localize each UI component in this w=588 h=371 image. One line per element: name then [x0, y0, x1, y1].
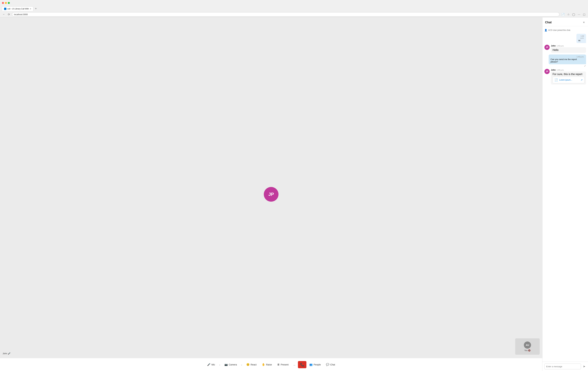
message-time-1: 1:42 p.m. — [578, 35, 584, 39]
camera-label: Camera — [229, 363, 237, 366]
message-text-4: For sure, this is the report — [553, 73, 582, 75]
message-bubble-2: Hello — [551, 47, 586, 53]
tab-favicon — [4, 8, 6, 10]
message-time-3: 1:43 p.m. — [551, 56, 584, 58]
self-mic-off-icon: 🔇 — [528, 349, 531, 351]
chat-input-area: ➤ — [542, 362, 588, 371]
reader-view-button[interactable]: 📄 — [561, 12, 565, 17]
react-icon: 😊 — [246, 363, 250, 366]
end-call-button[interactable]: 📞 — [298, 361, 306, 368]
chat-panel: Chat × 👤 ACS User joined the chat. 1:42 … — [542, 18, 588, 371]
browser-chrome: call - UI Library Call With × + ← ⟳ loca… — [0, 0, 588, 18]
mic-off-icon: 🎤 — [8, 352, 10, 355]
browser-nav-icons: 📄 ☆ ◯ ⋯ ▢ — [561, 12, 586, 17]
chat-header: Chat × — [542, 18, 588, 26]
app-container: JP John 🎤 AU You 🔇 🎤 Mic ⌄ 📷 Camera — [0, 18, 588, 371]
chat-message-input[interactable] — [545, 363, 581, 369]
browser-titlebar — [0, 0, 588, 6]
maximize-window-button[interactable] — [8, 2, 10, 4]
control-bar: 🎤 Mic ⌄ 📷 Camera ⌄ 😊 React ✋ Raise 🖥 Pre… — [0, 358, 542, 371]
system-message-icon: 👤 — [545, 29, 547, 31]
camera-button[interactable]: 📷 Camera — [222, 361, 239, 368]
self-avatar: AU — [524, 341, 531, 349]
mic-label: Mic — [211, 363, 215, 366]
present-label: Present — [281, 363, 288, 366]
chat-label: Chat — [330, 363, 335, 366]
message-outgoing-1: 1:42 p.m. Hi — [575, 34, 586, 43]
bookmark-button[interactable]: ☆ — [567, 12, 570, 17]
self-label: You 🔇 — [524, 349, 531, 351]
extensions-button[interactable]: ▢ — [582, 12, 586, 17]
address-bar-row: ← ⟳ localhost:3000 📄 ☆ ◯ ⋯ ▢ — [0, 11, 588, 17]
tab-close-button[interactable]: × — [30, 8, 31, 10]
present-icon: 🖥 — [277, 363, 280, 366]
self-name: You — [524, 349, 528, 351]
message-incoming-4: JP John 1:44 p.m. For sure, this is the … — [545, 69, 586, 84]
camera-icon: 📷 — [224, 363, 228, 366]
message-bubble-1: 1:42 p.m. Hi — [577, 34, 586, 43]
mic-chevron[interactable]: ⌄ — [218, 361, 221, 368]
more-options-button[interactable]: ... — [292, 361, 297, 368]
raise-label: Raise — [266, 363, 272, 366]
new-tab-button[interactable]: + — [34, 7, 38, 10]
message-bubble-4: For sure, this is the report 📄 Lorem ips… — [551, 72, 586, 84]
back-button[interactable]: ← — [2, 12, 6, 17]
john-avatar-4: JP — [545, 69, 550, 74]
message-text-2: Hello — [553, 49, 558, 52]
message-incoming-2: JP John 1:43 p.m. Hello — [545, 45, 586, 53]
file-name: Lorem ipsum... — [559, 79, 579, 81]
chat-send-button[interactable]: ➤ — [582, 364, 586, 369]
chat-button[interactable]: 💬 Chat — [324, 361, 337, 368]
chat-title: Chat — [545, 21, 552, 24]
chat-icon: 💬 — [326, 363, 329, 366]
browser-menu-button[interactable]: ⋯ — [577, 12, 581, 17]
john-avatar-2: JP — [545, 45, 550, 50]
message-sender-4: John — [551, 69, 556, 71]
chat-close-button[interactable]: × — [582, 20, 585, 25]
raise-icon: ✋ — [262, 363, 265, 366]
browser-tab[interactable]: call - UI Library Call With × — [2, 6, 33, 11]
participant-name: John — [3, 352, 7, 355]
message-sender-row-4: John 1:44 p.m. — [551, 69, 586, 71]
file-open-icon[interactable]: ↗ — [581, 79, 583, 81]
file-icon: 📄 — [554, 78, 558, 82]
address-bar[interactable]: localhost:3000 — [12, 12, 559, 17]
address-text: localhost:3000 — [14, 13, 28, 16]
close-window-button[interactable] — [2, 2, 4, 4]
participant-label: John 🎤 — [3, 352, 10, 355]
chat-messages: 👤 ACS User joined the chat. 1:42 p.m. Hi… — [542, 26, 588, 362]
message-text-1: Hi — [578, 39, 584, 42]
raise-button[interactable]: ✋ Raise — [260, 361, 274, 368]
present-button[interactable]: 🖥 Present — [275, 361, 291, 368]
system-message-text: ACS User joined the chat. — [548, 29, 571, 31]
react-button[interactable]: 😊 React — [244, 361, 259, 368]
mic-button[interactable]: 🎤 Mic — [205, 361, 217, 368]
end-call-icon: 📞 — [300, 363, 304, 367]
main-participant: JP — [264, 187, 278, 202]
message-time-2: 1:43 p.m. — [557, 45, 564, 47]
call-area: JP John 🎤 AU You 🔇 🎤 Mic ⌄ 📷 Camera — [0, 18, 542, 371]
file-attachment[interactable]: 📄 Lorem ipsum... ↗ — [553, 77, 584, 83]
message-sender-row-2: John 1:43 p.m. — [551, 45, 586, 47]
browser-window-controls — [2, 2, 10, 4]
more-label: ... — [294, 363, 295, 366]
message-content-2: John 1:43 p.m. Hello — [551, 45, 586, 53]
people-button[interactable]: 👥 People — [307, 361, 323, 368]
react-label: React — [251, 363, 257, 366]
people-label: People — [314, 363, 321, 366]
system-message: 👤 ACS User joined the chat. — [545, 28, 586, 32]
message-text-3: Can you send me the report please? — [551, 58, 584, 63]
message-status-3: ✓ — [584, 65, 586, 67]
main-participant-avatar: JP — [264, 187, 278, 202]
message-content-4: John 1:44 p.m. For sure, this is the rep… — [551, 69, 586, 84]
message-outgoing-3: 1:43 p.m. Can you send me the report ple… — [549, 54, 586, 67]
split-view-button[interactable]: ◯ — [571, 12, 576, 17]
tab-title: call - UI Library Call With — [7, 8, 29, 10]
tab-bar: call - UI Library Call With × + — [0, 6, 588, 11]
message-bubble-3: 1:43 p.m. Can you send me the report ple… — [549, 54, 586, 64]
reload-button[interactable]: ⟳ — [7, 12, 10, 17]
camera-chevron[interactable]: ⌄ — [240, 361, 243, 368]
minimize-window-button[interactable] — [5, 2, 7, 4]
mic-icon: 🎤 — [207, 363, 210, 366]
people-icon: 👥 — [309, 363, 313, 366]
